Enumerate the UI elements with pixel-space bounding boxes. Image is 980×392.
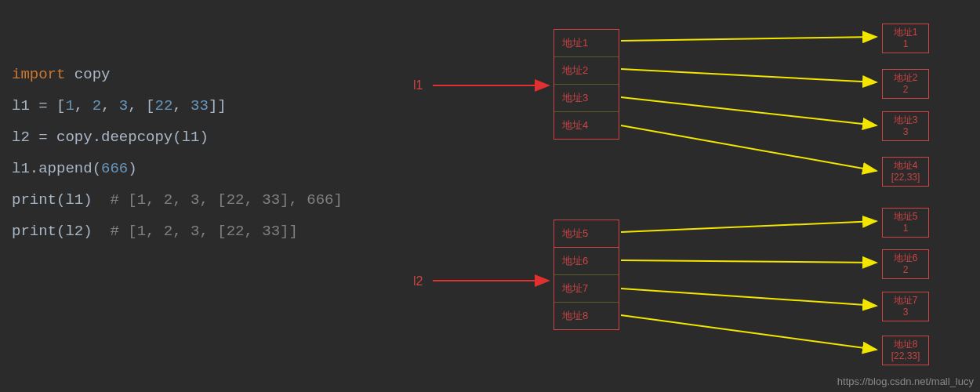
addr-cell-3: 地址3 xyxy=(554,85,619,112)
addr-cell-5: 地址5 xyxy=(554,220,619,248)
arrow-addr5 xyxy=(621,221,877,232)
label-l1: l1 xyxy=(413,78,423,93)
code-block: import copy l1 = [1, 2, 3, [22, 33]] l2 … xyxy=(12,59,343,247)
addr-cell-2: 地址2 xyxy=(554,57,619,85)
value-box-3: 地址33 xyxy=(882,111,929,141)
arrow-addr1 xyxy=(621,37,877,41)
arrow-addr6 xyxy=(621,260,877,263)
code-line-6: print(l2) # [1, 2, 3, [22, 33]] xyxy=(12,216,343,247)
arrow-addr4 xyxy=(621,125,877,171)
addr-cell-7: 地址7 xyxy=(554,275,619,303)
value-box-5: 地址51 xyxy=(882,208,929,238)
addr-cell-4: 地址4 xyxy=(554,112,619,139)
arrow-addr7 xyxy=(621,289,877,306)
value-box-2: 地址22 xyxy=(882,69,929,99)
code-line-4: l1.append(666) xyxy=(12,153,343,184)
addr-cell-8: 地址8 xyxy=(554,303,619,329)
address-stack-l2: 地址5 地址6 地址7 地址8 xyxy=(554,220,619,330)
code-line-5: print(l1) # [1, 2, 3, [22, 33], 666] xyxy=(12,184,343,216)
code-line-1: import copy xyxy=(12,59,343,90)
value-box-6: 地址62 xyxy=(882,249,929,279)
value-box-4: 地址4[22,33] xyxy=(882,157,929,187)
label-l2: l2 xyxy=(413,274,423,289)
addr-cell-6: 地址6 xyxy=(554,248,619,275)
value-box-7: 地址73 xyxy=(882,292,929,321)
value-box-8: 地址8[22,33] xyxy=(882,336,929,365)
arrow-addr8 xyxy=(621,315,877,350)
watermark: https://blog.csdn.net/mall_lucy xyxy=(837,376,974,387)
arrow-addr3 xyxy=(621,97,877,125)
value-box-1: 地址11 xyxy=(882,24,929,53)
addr-cell-1: 地址1 xyxy=(554,30,619,57)
code-line-2: l1 = [1, 2, 3, [22, 33]] xyxy=(12,90,343,122)
address-stack-l1: 地址1 地址2 地址3 地址4 xyxy=(554,29,619,140)
code-line-3: l2 = copy.deepcopy(l1) xyxy=(12,122,343,153)
arrow-addr2 xyxy=(621,69,877,82)
